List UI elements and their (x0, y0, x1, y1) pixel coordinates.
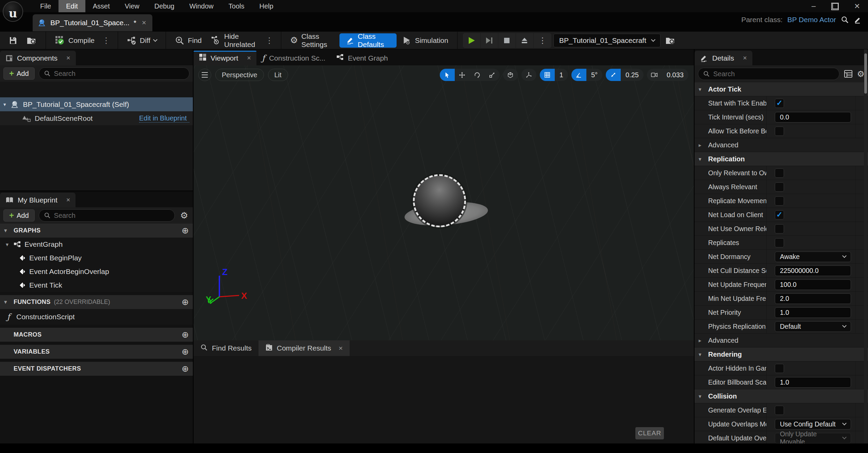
parent-class-link[interactable]: BP Demo Actor (787, 16, 836, 24)
details-search[interactable] (698, 68, 839, 80)
stop-button[interactable] (498, 33, 516, 48)
details-collapsed-advanced[interactable]: ▸Advanced (695, 334, 868, 347)
play-button[interactable] (463, 33, 481, 48)
details-section-actor-tick[interactable]: ▾Actor Tick (695, 82, 868, 96)
details-collapsed-advanced[interactable]: ▸Advanced (695, 138, 868, 152)
add-circle-icon[interactable]: ⊕ (182, 330, 189, 340)
tab-my-blueprint[interactable]: My Blueprint × (0, 193, 76, 207)
asset-tab[interactable]: BP_Tutorial_01_Space... * × (33, 14, 152, 31)
class-settings-button[interactable]: ⚙ Class Settings (287, 33, 337, 48)
details-section-collision[interactable]: ▾Collision (695, 389, 868, 403)
display-filter-icon[interactable] (844, 70, 852, 78)
debug-object-dropdown[interactable]: BP_Tutorial_01_Spacecraft (553, 34, 661, 47)
tab-close-icon[interactable]: × (66, 54, 70, 62)
tab-event-graph[interactable]: Event Graph (331, 51, 394, 65)
close-button[interactable]: × (846, 0, 868, 12)
camera-speed-value[interactable]: 0.033 (662, 69, 688, 81)
menu-edit[interactable]: Edit (59, 0, 85, 12)
viewport[interactable]: Perspective Lit (194, 65, 694, 340)
rotate-tool-button[interactable] (470, 69, 485, 81)
minimize-button[interactable]: – (803, 0, 824, 12)
add-circle-icon[interactable]: ⊕ (182, 297, 189, 307)
hide-unrelated-button[interactable]: Hide Unrelated (207, 33, 261, 48)
section-functions[interactable]: ▾ FUNCTIONS (22 OVERRIDABLE) ⊕ (0, 295, 193, 309)
simulation-button[interactable]: Simulation (399, 33, 452, 48)
restore-button[interactable] (824, 0, 846, 12)
components-search[interactable] (39, 67, 189, 80)
diff-button[interactable]: Diff (123, 33, 160, 48)
dropdown-net-dormancy[interactable]: Awake (775, 252, 851, 262)
scale-snap-button[interactable] (606, 69, 621, 81)
details-section-rendering[interactable]: ▾Rendering (695, 347, 868, 361)
frame-skip-button[interactable] (481, 33, 498, 48)
components-search-input[interactable] (54, 70, 184, 78)
details-search-input[interactable] (713, 70, 834, 78)
compile-options-kebab[interactable]: ⋮ (100, 36, 112, 45)
details-settings-gear-icon[interactable]: ⚙ (857, 69, 865, 79)
details-section-replication[interactable]: ▾Replication (695, 152, 868, 166)
grid-snap-value[interactable]: 1 (555, 69, 568, 81)
component-row[interactable]: DefaultSceneRoot Edit in Blueprint (0, 111, 193, 125)
add-blueprint-item-button[interactable]: + Add (3, 209, 35, 222)
hide-unrelated-kebab[interactable]: ⋮ (263, 36, 276, 45)
find-button[interactable]: Find (171, 33, 205, 48)
menu-window[interactable]: Window (182, 0, 221, 12)
checkbox-replicates[interactable] (775, 238, 784, 247)
section-event-dispatchers[interactable]: EVENT DISPATCHERS ⊕ (0, 362, 193, 376)
section-graphs[interactable]: ▾ GRAPHS ⊕ (0, 224, 193, 238)
graph-item-eventgraph[interactable]: ▾ EventGraph (0, 238, 193, 251)
checkbox-net-load-on-client[interactable]: ✓ (775, 210, 784, 220)
search-icon[interactable] (841, 16, 849, 24)
coordinate-space-button[interactable] (503, 69, 518, 81)
browse-debug-icon[interactable] (665, 36, 675, 45)
browse-asset-button[interactable] (23, 33, 40, 48)
input-net-priority[interactable]: 1.0 (775, 307, 851, 318)
input-tick-interval-secs[interactable]: 0.0 (775, 112, 851, 123)
scrollbar-thumb[interactable] (864, 53, 867, 94)
compile-button[interactable]: Compile (51, 33, 98, 48)
checkbox-net-use-owner-relev[interactable] (775, 224, 784, 233)
selected-sphere-actor[interactable] (413, 174, 466, 227)
component-row-self[interactable]: ▾ BP_Tutorial_01_Spacecraft (Self) (0, 97, 193, 111)
checkbox-replicate-movement[interactable] (775, 196, 784, 206)
scale-snap-value[interactable]: 0.25 (621, 69, 644, 81)
checkbox-actor-hidden-in-game[interactable] (775, 364, 784, 373)
event-item-event-actorbeginoverlap[interactable]: Event ActorBeginOverlap (0, 265, 193, 278)
lit-dropdown[interactable]: Lit (268, 69, 288, 81)
edit-in-blueprint-link[interactable]: Edit in Blueprint (139, 114, 189, 123)
tab-close-icon[interactable]: × (339, 344, 343, 352)
grid-snap-button[interactable] (540, 69, 555, 81)
event-item-event-tick[interactable]: Event Tick (0, 278, 193, 292)
class-defaults-button[interactable]: Class Defaults (339, 33, 397, 48)
checkbox-generate-overlap-eve[interactable] (775, 406, 784, 415)
tab-components[interactable]: Components × (0, 51, 76, 65)
event-item-event-beginplay[interactable]: Event BeginPlay (0, 251, 193, 265)
select-tool-button[interactable] (440, 69, 455, 81)
asset-tab-close-icon[interactable]: × (142, 18, 146, 27)
viewport-menu-button[interactable] (198, 69, 211, 81)
clear-button[interactable]: CLEAR (635, 427, 664, 439)
angle-snap-button[interactable] (571, 69, 586, 81)
section-variables[interactable]: VARIABLES ⊕ (0, 345, 193, 359)
menu-file[interactable]: File (33, 0, 59, 12)
dropdown-update-overlaps-met[interactable]: Use Config Default (775, 419, 851, 430)
edit-pencil-icon[interactable] (854, 16, 862, 24)
add-circle-icon[interactable]: ⊕ (182, 226, 189, 236)
details-scrollbar[interactable] (864, 49, 867, 443)
tab-close-icon[interactable]: × (743, 54, 747, 62)
move-tool-button[interactable] (455, 69, 470, 81)
add-circle-icon[interactable]: ⊕ (182, 347, 189, 357)
my-blueprint-search-input[interactable] (54, 212, 170, 220)
dropdown-physics-replication[interactable]: Default (775, 321, 851, 332)
input-net-cull-distance-squ[interactable]: 225000000.0 (775, 265, 851, 276)
eject-button[interactable] (516, 33, 534, 48)
checkbox-only-relevant-to-owner[interactable] (775, 168, 784, 178)
checkbox-allow-tick-before-be[interactable] (775, 127, 784, 136)
tab-close-icon[interactable]: × (247, 54, 251, 62)
add-component-button[interactable]: + Add (3, 67, 35, 80)
add-circle-icon[interactable]: ⊕ (182, 364, 189, 374)
tab-close-icon[interactable]: × (66, 196, 70, 204)
input-editor-billboard-scale[interactable]: 1.0 (775, 377, 851, 388)
dropdown-default-update-overl[interactable]: Only Update Movable (775, 433, 851, 443)
camera-speed-group[interactable]: 0.033 (647, 69, 688, 81)
